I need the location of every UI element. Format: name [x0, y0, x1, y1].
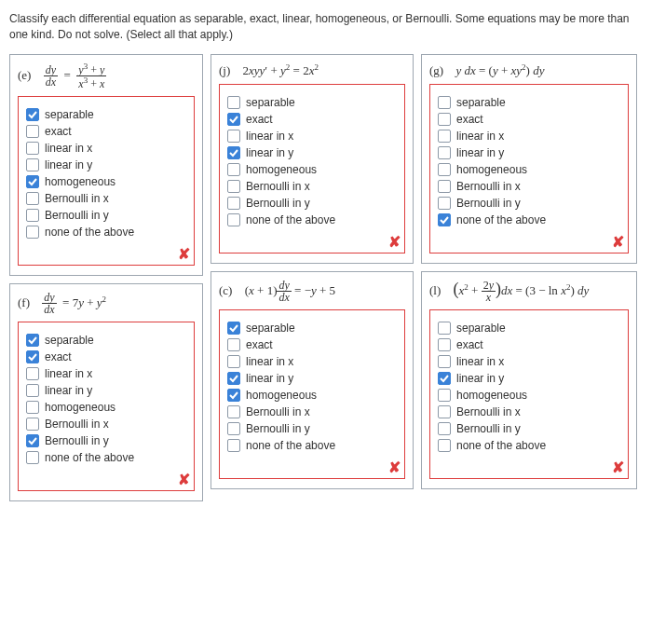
checkbox[interactable]	[26, 334, 39, 347]
checkbox[interactable]	[438, 163, 451, 176]
checkbox[interactable]	[26, 175, 39, 188]
checkbox[interactable]	[438, 130, 451, 143]
option-label: none of the above	[246, 439, 335, 452]
option-label: Bernoulli in y	[45, 209, 109, 222]
col-1: (e) dydx = y3 + yx3 + x separable exact …	[9, 54, 203, 501]
equation-c: (c) (x + 1)dydx = −y + 5	[219, 280, 405, 304]
problem-f: (f) dydx = 7y + y2 separable exact linea…	[9, 283, 203, 501]
checkbox[interactable]	[227, 405, 240, 418]
option-label: linear in y	[45, 158, 92, 171]
checkbox[interactable]	[438, 197, 451, 210]
equation-j: (j) 2xyy′ + y2 = 2x2	[219, 62, 405, 78]
option-label: exact	[45, 350, 72, 363]
checkbox[interactable]	[26, 108, 39, 121]
wrong-icon: ✘	[178, 471, 190, 488]
checkbox[interactable]	[227, 355, 240, 368]
checkbox[interactable]	[26, 434, 39, 447]
option-label: homogeneous	[456, 389, 527, 402]
answer-box-f: separable exact linear in x linear in y …	[18, 322, 195, 491]
option-label: linear in x	[246, 355, 293, 368]
checkbox[interactable]	[438, 180, 451, 193]
option-label: none of the above	[45, 451, 134, 464]
checkbox[interactable]	[438, 372, 451, 385]
wrong-icon: ✘	[388, 459, 401, 476]
col-2: (j) 2xyy′ + y2 = 2x2 separable exact lin…	[211, 54, 414, 490]
option-label: separable	[246, 322, 295, 335]
wrong-icon: ✘	[612, 459, 624, 476]
option-label: separable	[45, 334, 94, 347]
option-label: none of the above	[456, 213, 546, 226]
checkbox[interactable]	[26, 142, 39, 155]
checkbox[interactable]	[227, 197, 240, 210]
answer-box-c: separable exact linear in x linear in y …	[219, 309, 405, 479]
checkbox[interactable]	[438, 213, 451, 226]
checkbox[interactable]	[438, 338, 451, 351]
checkbox[interactable]	[227, 213, 240, 226]
option-label: homogeneous	[246, 163, 317, 176]
checkbox[interactable]	[438, 96, 451, 109]
problem-g: (g) y dx = (y + xy2) dy separable exact …	[421, 54, 637, 264]
checkbox[interactable]	[26, 401, 39, 414]
equation-f: (f) dydx = 7y + y2	[18, 292, 195, 316]
checkbox[interactable]	[227, 180, 240, 193]
checkbox[interactable]	[438, 113, 451, 126]
checkbox[interactable]	[26, 158, 39, 171]
checkbox[interactable]	[26, 418, 39, 431]
option-label: separable	[45, 108, 94, 121]
checkbox[interactable]	[227, 372, 240, 385]
checkbox[interactable]	[227, 389, 240, 402]
option-label: linear in x	[456, 130, 504, 143]
checkbox[interactable]	[26, 384, 39, 397]
option-label: Bernoulli in x	[45, 192, 109, 205]
wrong-icon: ✘	[178, 245, 190, 263]
checkbox[interactable]	[227, 146, 240, 159]
col-3: (g) y dx = (y + xy2) dy separable exact …	[421, 54, 637, 490]
option-label: exact	[45, 125, 72, 138]
checkbox[interactable]	[438, 439, 451, 452]
checkbox[interactable]	[227, 130, 240, 143]
option-label: linear in y	[456, 146, 504, 159]
checkbox[interactable]	[438, 389, 451, 402]
problem-e: (e) dydx = y3 + yx3 + x separable exact …	[9, 54, 203, 276]
checkbox[interactable]	[227, 322, 240, 335]
option-label: Bernoulli in y	[456, 422, 521, 435]
wrong-icon: ✘	[388, 233, 401, 251]
instructions-text: Classify each differential equation as s…	[9, 11, 643, 43]
checkbox[interactable]	[26, 192, 39, 205]
problem-j: (j) 2xyy′ + y2 = 2x2 separable exact lin…	[211, 54, 414, 264]
checkbox[interactable]	[227, 338, 240, 351]
checkbox[interactable]	[438, 322, 451, 335]
option-label: homogeneous	[45, 401, 115, 414]
checkbox[interactable]	[227, 439, 240, 452]
option-label: linear in x	[45, 367, 92, 380]
option-label: linear in y	[246, 146, 293, 159]
checkbox[interactable]	[227, 96, 240, 109]
option-label: homogeneous	[45, 175, 115, 188]
option-label: none of the above	[456, 439, 546, 452]
checkbox[interactable]	[227, 113, 240, 126]
option-label: separable	[246, 96, 295, 109]
option-label: Bernoulli in y	[246, 197, 310, 210]
option-label: Bernoulli in y	[246, 422, 310, 435]
option-label: linear in y	[45, 384, 92, 397]
checkbox[interactable]	[438, 146, 451, 159]
checkbox[interactable]	[26, 350, 39, 363]
checkbox[interactable]	[26, 209, 39, 222]
checkbox[interactable]	[438, 422, 451, 435]
option-label: homogeneous	[456, 163, 527, 176]
option-label: exact	[456, 338, 483, 351]
checkbox[interactable]	[438, 355, 451, 368]
option-label: Bernoulli in x	[456, 180, 521, 193]
checkbox[interactable]	[26, 451, 39, 464]
option-label: Bernoulli in x	[45, 418, 109, 431]
option-label: linear in y	[246, 372, 293, 385]
checkbox[interactable]	[26, 226, 39, 239]
checkbox[interactable]	[438, 405, 451, 418]
option-label: separable	[456, 322, 506, 335]
checkbox[interactable]	[227, 422, 240, 435]
answer-box-g: separable exact linear in x linear in y …	[429, 84, 629, 253]
checkbox[interactable]	[26, 367, 39, 380]
checkbox[interactable]	[227, 163, 240, 176]
checkbox[interactable]	[26, 125, 39, 138]
option-label: homogeneous	[246, 389, 317, 402]
